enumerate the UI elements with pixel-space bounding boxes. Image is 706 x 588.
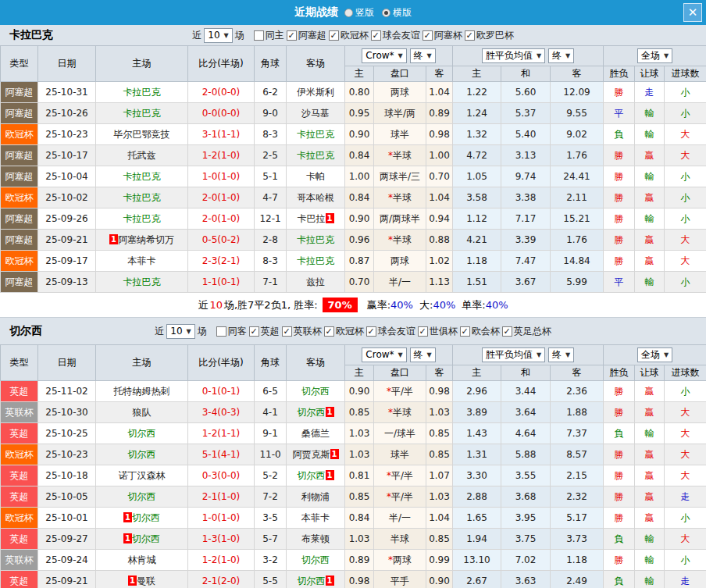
home-team-cell: 切尔西 (96, 423, 188, 444)
checkbox-icon[interactable]: ✓ (366, 326, 376, 337)
full-match-select[interactable]: 全场▼ (637, 48, 672, 63)
checkbox-icon[interactable]: ✓ (418, 326, 428, 337)
europe-draw-odds: 3.39 (501, 230, 551, 251)
handicap-line: 两/两球半 (374, 208, 426, 230)
handicap-time-select[interactable]: 终▼ (410, 347, 436, 362)
checkbox-icon[interactable]: ✓ (465, 30, 475, 41)
checkbox-icon[interactable]: ✓ (502, 326, 512, 337)
europe-time-select[interactable]: 终▼ (548, 347, 574, 362)
checkbox-icon[interactable]: ✓ (287, 30, 297, 41)
checkbox-label: 世俱杯 (430, 325, 458, 338)
league-filter-checkbox[interactable]: ✓阿塞杯 (423, 29, 462, 42)
sub-column-header: 盘口 (374, 66, 426, 82)
handicap-result: 輸 (635, 124, 665, 145)
summary-stat-label: 单率: (462, 299, 485, 311)
league-filter-checkbox[interactable]: ✓英超 (249, 325, 280, 338)
europe-draw-odds: 3.13 (501, 145, 551, 166)
league-filter-checkbox[interactable]: ✓欧罗巴杯 (465, 29, 514, 42)
win-draw-loss-result: 勝 (604, 486, 635, 508)
league-badge: 英超 (1, 423, 38, 444)
europe-odds-select[interactable]: 胜平负均值▼ (482, 347, 545, 362)
checkbox-icon[interactable]: ✓ (329, 30, 339, 41)
handicap-line: *平/半 (374, 486, 426, 508)
league-filter-checkbox[interactable]: ✓欧冠杯 (329, 29, 369, 42)
radio-horizontal-layout[interactable]: 横版 (382, 6, 412, 20)
league-filter-checkbox[interactable]: ✓英足总杯 (502, 325, 551, 338)
home-team-cell: 托特纳姆热刺 (96, 381, 188, 402)
league-filter-checkbox[interactable]: ✓欧会杯 (460, 325, 500, 338)
handicap-line: *平/半 (374, 381, 426, 402)
europe-home-odds: 4.21 (453, 230, 501, 251)
games-count-select[interactable]: 10▼ (166, 324, 194, 339)
handicap-line: 两球 (374, 82, 426, 103)
checkbox-icon[interactable] (216, 326, 226, 337)
europe-home-odds: 1.05 (453, 166, 501, 187)
corners: 11-0 (255, 444, 287, 465)
home-team-name: 卡拉巴克 (123, 87, 161, 98)
radio-vertical-layout[interactable]: 竖版 (344, 6, 374, 20)
same-venue-checkbox[interactable]: 同主 (254, 29, 284, 42)
handicap-away-odds: 1.13 (426, 272, 453, 293)
red-card-badge: 1 (123, 512, 132, 522)
checkbox-icon[interactable]: ✓ (249, 326, 259, 337)
score-halftime: 1-2(1-0) (188, 145, 255, 166)
home-team-cell: 卡拉巴克 (96, 208, 188, 230)
match-date: 25-10-01 (38, 508, 96, 529)
handicap-line: 两球 (374, 251, 426, 272)
home-team-name: 切尔西 (128, 491, 156, 502)
league-filter-checkbox[interactable]: ✓欧冠杯 (324, 325, 364, 338)
handicap-line: 半/一 (374, 272, 426, 293)
checkbox-icon[interactable]: ✓ (282, 326, 292, 337)
away-team-name: 卡巴拉 (298, 213, 326, 224)
europe-away-odds: 9.55 (551, 103, 604, 124)
handicap-result: 輸 (635, 550, 665, 571)
corners: 5-5 (255, 571, 287, 588)
same-venue-checkbox[interactable]: 同客 (216, 325, 247, 338)
league-filter-checkbox[interactable]: ✓阿塞超 (287, 29, 326, 42)
checkbox-label: 欧冠杯 (341, 29, 369, 42)
chevron-down-icon: ▼ (537, 52, 541, 59)
europe-odds-select[interactable]: 胜平负均值▼ (482, 48, 545, 63)
handicap-away-odds: 1.03 (426, 402, 453, 423)
checkbox-label: 欧冠杯 (336, 325, 364, 338)
games-suffix-label: 场 (235, 29, 244, 42)
radio-circle-checked-icon[interactable] (382, 9, 390, 17)
handicap-home-odds: 0.90 (345, 381, 374, 402)
win-draw-loss-result: 平 (604, 272, 635, 293)
close-icon[interactable]: ✕ (683, 3, 702, 22)
league-filter-checkbox[interactable]: ✓球会友谊 (366, 325, 415, 338)
match-date: 25-09-26 (38, 208, 96, 230)
radio-circle-icon[interactable] (344, 9, 353, 17)
chevron-down-icon: ▼ (537, 351, 541, 358)
goals-result: 大 (665, 230, 706, 251)
europe-time-select[interactable]: 终▼ (548, 48, 574, 63)
handicap-home-odds: 0.90 (345, 124, 374, 145)
europe-home-odds: 2.67 (453, 571, 501, 588)
matches-table: 类型日期主场比分(半场)角球客场Crow*▼ 终▼胜平负均值▼ 终▼全场▼主盘口… (0, 45, 706, 293)
league-filter-checkbox[interactable]: ✓英联杯 (282, 325, 322, 338)
full-match-select[interactable]: 全场▼ (637, 347, 672, 362)
corners: 4-7 (255, 187, 287, 208)
corners: 3-2 (255, 550, 287, 571)
match-date: 25-10-18 (38, 465, 96, 486)
select-value: 胜平负均值 (486, 49, 533, 62)
europe-draw-odds: 4.64 (501, 423, 551, 444)
league-filter-checkbox[interactable]: ✓球会友谊 (371, 29, 420, 42)
games-count-select[interactable]: 10▼ (204, 28, 232, 43)
europe-away-odds: 2.32 (551, 486, 604, 508)
bookmaker-select[interactable]: Crow*▼ (362, 347, 406, 362)
handicap-time-select[interactable]: 终▼ (410, 48, 436, 63)
handicap-line: *半球 (374, 145, 426, 166)
checkbox-icon[interactable]: ✓ (371, 30, 381, 41)
handicap-away-odds: 0.90 (426, 571, 453, 588)
bookmaker-select[interactable]: Crow*▼ (362, 48, 406, 63)
chevron-down-icon: ▼ (565, 351, 570, 358)
checkbox-icon[interactable] (254, 30, 264, 41)
handicap-result: 輸 (635, 529, 665, 550)
checkbox-icon[interactable]: ✓ (423, 30, 433, 41)
league-filter-checkbox[interactable]: ✓世俱杯 (418, 325, 458, 338)
layout-mode-radios: 竖版 横版 (344, 6, 412, 20)
checkbox-icon[interactable]: ✓ (324, 326, 334, 337)
checkbox-icon[interactable]: ✓ (460, 326, 470, 337)
match-date: 25-11-02 (38, 381, 96, 402)
